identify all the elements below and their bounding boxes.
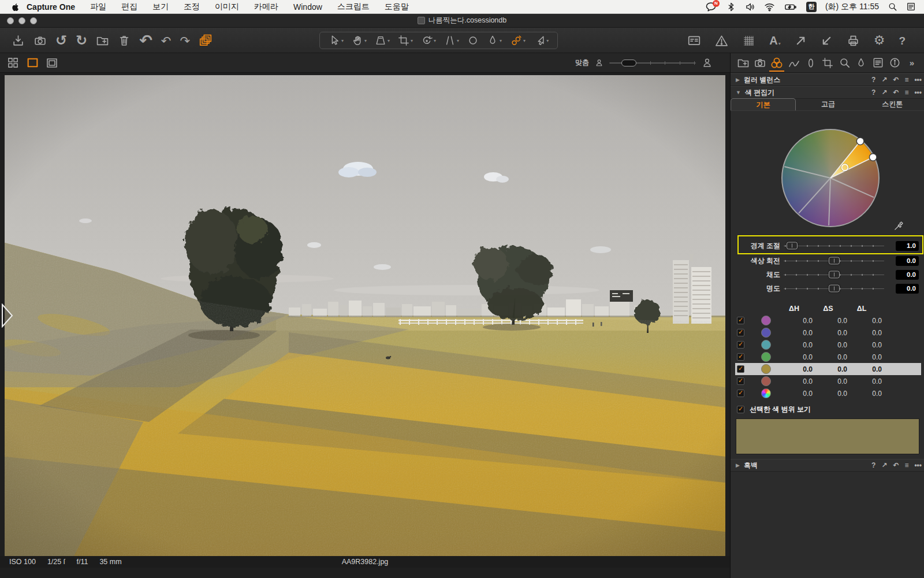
tab-skintone[interactable]: 스킨톤 — [860, 98, 924, 110]
exposure-warning-icon[interactable] — [715, 34, 728, 47]
settings-gear-icon[interactable]: ⚙ — [874, 34, 885, 47]
zoom-slider[interactable] — [609, 59, 696, 67]
undo-icon[interactable]: ↶ — [161, 35, 172, 47]
presets-icon[interactable]: ≡ — [904, 88, 908, 97]
export-arrow-icon[interactable] — [795, 35, 807, 47]
tab-capture[interactable] — [752, 54, 767, 72]
spotlight-search-icon[interactable] — [888, 2, 897, 12]
detach-icon[interactable]: ↗ — [881, 461, 887, 469]
detach-icon[interactable]: ↗ — [881, 88, 887, 97]
delta-s-value[interactable]: 0.0 — [813, 329, 847, 337]
tab-color-active[interactable] — [769, 54, 784, 72]
slider-knob[interactable] — [829, 257, 840, 265]
color-row-blue[interactable]: 0.00.00.0 — [735, 327, 921, 339]
menu-window[interactable]: Window — [286, 2, 330, 12]
row-checkbox[interactable] — [737, 329, 744, 336]
pan-tool[interactable]: ▾ — [348, 35, 371, 46]
color-row-all-colors[interactable]: 0.00.00.0 — [735, 387, 921, 399]
delta-l-value[interactable]: 0.0 — [847, 317, 882, 325]
grid-overlay-icon[interactable] — [742, 34, 755, 47]
view-range-checkbox[interactable] — [737, 406, 744, 413]
menu-camera[interactable]: 카메라 — [247, 2, 286, 12]
color-picker-tool-active[interactable]: ▾ — [506, 35, 530, 47]
white-balance-picker-tool[interactable]: ▾ — [530, 35, 553, 46]
tab-more[interactable]: » — [904, 54, 919, 72]
zoom-slider-knob[interactable] — [621, 60, 636, 66]
spot-removal-tool[interactable] — [463, 35, 483, 46]
tab-basic-active[interactable]: 기본 — [731, 98, 796, 110]
tab-lens[interactable] — [803, 54, 818, 72]
delete-trash-icon[interactable] — [118, 34, 131, 47]
tab-advanced[interactable]: 고급 — [796, 98, 860, 110]
redo-icon[interactable]: ↷ — [180, 35, 190, 47]
help-icon[interactable]: ? — [871, 76, 875, 84]
slider-value[interactable]: 0.0 — [896, 284, 919, 294]
help-icon[interactable]: ? — [871, 461, 875, 469]
delta-s-value[interactable]: 0.0 — [813, 377, 847, 386]
color-row-yellow-selected[interactable]: 0.00.00.0 — [735, 363, 921, 375]
presets-icon[interactable]: ≡ — [904, 461, 908, 469]
row-checkbox[interactable] — [737, 377, 744, 385]
tab-details[interactable] — [837, 54, 852, 72]
select-tool[interactable]: ▾ — [325, 35, 348, 46]
section-color-editor[interactable]: ▼ 색 편집기 ? ↗ ↶ ≡ ••• — [731, 86, 924, 99]
color-swatch-rainbow[interactable] — [761, 388, 771, 398]
dropdown-arrow-icon[interactable]: ▾ — [457, 38, 459, 43]
help-icon[interactable]: ? — [871, 88, 875, 97]
color-swatch[interactable] — [761, 328, 771, 338]
slider-value[interactable]: 1.0 — [896, 241, 919, 251]
delta-s-value[interactable]: 0.0 — [813, 317, 847, 325]
crop-tool[interactable]: ▾ — [394, 35, 417, 46]
copy-apply-adjustments-icon[interactable] — [199, 34, 213, 47]
delta-h-value[interactable]: 0.0 — [778, 329, 813, 337]
row-checkbox[interactable] — [737, 317, 744, 324]
delta-h-value[interactable]: 0.0 — [778, 377, 813, 386]
notification-center-icon[interactable] — [906, 2, 916, 12]
color-wheel-overlay[interactable] — [781, 129, 880, 227]
single-view-button-active[interactable] — [25, 57, 39, 69]
row-checkbox[interactable] — [737, 341, 744, 349]
delta-h-value[interactable]: 0.0 — [778, 341, 813, 349]
photo-canvas[interactable] — [5, 75, 725, 556]
revert-icon[interactable]: ↶ — [139, 33, 152, 49]
section-color-balance[interactable]: ▶ 컬러 밸런스 ? ↗ ↶ ≡ ••• — [731, 73, 924, 86]
tab-exposure[interactable] — [787, 54, 802, 72]
keystone-tool[interactable]: ▾ — [440, 35, 463, 46]
delta-l-value[interactable]: 0.0 — [847, 329, 882, 337]
row-checkbox[interactable] — [737, 365, 744, 373]
color-row-green[interactable]: 0.00.00.0 — [735, 351, 921, 363]
slider-track[interactable] — [784, 271, 884, 279]
import-images-icon[interactable] — [12, 34, 25, 47]
volume-icon[interactable] — [745, 2, 755, 12]
color-swatch[interactable] — [761, 316, 771, 325]
import-arrow-icon[interactable] — [821, 35, 833, 47]
more-icon[interactable]: ••• — [914, 76, 922, 84]
delta-h-value[interactable]: 0.0 — [778, 390, 813, 398]
slider-knob[interactable] — [829, 271, 840, 279]
tethered-capture-icon[interactable] — [33, 34, 47, 47]
menu-view[interactable]: 보기 — [145, 2, 176, 12]
proof-view-button[interactable] — [45, 57, 59, 69]
delta-l-value[interactable]: 0.0 — [847, 390, 882, 398]
reset-icon[interactable]: ↶ — [893, 88, 899, 97]
delta-h-value[interactable]: 0.0 — [778, 353, 813, 361]
zoom-fit-label[interactable]: 맞춤 — [575, 58, 589, 68]
print-icon[interactable] — [847, 34, 860, 47]
pick-color-dropper-icon[interactable] — [893, 221, 904, 231]
dropdown-arrow-icon[interactable]: ▾ — [523, 38, 526, 43]
expand-arrow-icon[interactable]: ▼ — [731, 90, 745, 95]
loupe-tool[interactable]: ▾ — [371, 35, 394, 46]
menu-file[interactable]: 파일 — [83, 2, 114, 12]
dropdown-arrow-icon[interactable]: ▾ — [500, 38, 502, 43]
delta-l-value[interactable]: 0.0 — [847, 353, 882, 361]
delta-l-value[interactable]: 0.0 — [847, 365, 882, 373]
color-swatch[interactable] — [761, 340, 771, 350]
delta-s-value[interactable]: 0.0 — [813, 353, 847, 361]
slider-value[interactable]: 0.0 — [896, 270, 919, 280]
annotations-tool[interactable]: A▾ — [769, 35, 780, 46]
color-row-cyan[interactable]: 0.00.00.0 — [735, 339, 921, 351]
menu-image[interactable]: 이미지 — [207, 2, 247, 12]
delta-l-value[interactable]: 0.0 — [847, 341, 882, 349]
delta-s-value[interactable]: 0.0 — [813, 365, 847, 373]
tab-library[interactable] — [736, 54, 751, 72]
